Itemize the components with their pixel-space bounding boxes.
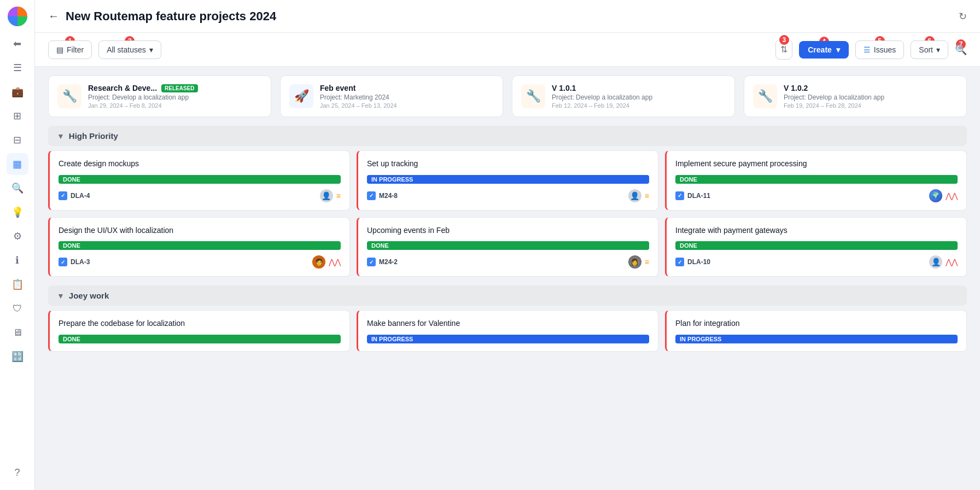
status-badge-0: DONE <box>59 175 341 184</box>
search-button[interactable]: 🔍 <box>955 44 967 56</box>
filter-button[interactable]: ▤ Filter <box>48 40 92 59</box>
sprint-card-icon-1: 🚀 <box>289 84 313 108</box>
status-badge-j1: IN PROGRESS <box>367 335 649 343</box>
sort-button[interactable]: Sort ▾ <box>911 40 948 59</box>
sprint-card-2[interactable]: 🔧 V 1.0.1 Project: Develop a localizatio… <box>512 75 735 117</box>
task-meta-2: 🌍 ⋀⋀ <box>929 189 958 202</box>
sidebar-icon-grid2[interactable]: ⊟ <box>7 129 28 151</box>
avatar-0: 👤 <box>320 189 333 202</box>
cards-grid-high-priority: Create design mockups DONE ✓ DLA-4 👤 ≡ <box>48 150 967 277</box>
toolbar: 1 ▤ Filter 2 All statuses ▾ 3 ⇅ 4 Create <box>35 33 980 67</box>
group-header-joey-work[interactable]: ▼ Joey work <box>48 285 967 306</box>
sprint-card-body-2: V 1.0.1 Project: Develop a localization … <box>552 84 726 109</box>
task-checkbox-1: ✓ <box>367 191 376 200</box>
task-card-3[interactable]: Design the UI/UX with localization DONE … <box>48 217 350 277</box>
task-footer-4: ✓ M24-2 👩 ≡ <box>367 255 649 269</box>
task-card-1[interactable]: Set up tracking IN PROGRESS ✓ M24-8 👤 ≡ <box>357 150 658 211</box>
filter-label: Filter <box>67 45 84 54</box>
sidebar-icon-briefcase[interactable]: 💼 <box>7 81 28 103</box>
priority-icon-2: ⋀⋀ <box>946 191 958 200</box>
sprint-card-0[interactable]: 🔧 Research & Deve... RELEASED Project: D… <box>48 75 271 117</box>
sprint-cards-row: 🔧 Research & Deve... RELEASED Project: D… <box>48 75 967 117</box>
avatar-2: 🌍 <box>929 189 942 202</box>
group-high-priority: ▼ High Priority Create design mockups DO… <box>48 126 967 277</box>
priority-icon-0: ≡ <box>336 191 341 200</box>
task-card-j0[interactable]: Prepare the codebase for localization DO… <box>48 310 350 352</box>
sidebar-icon-calendar[interactable]: ▦ <box>7 153 28 175</box>
issues-label: Issues <box>874 45 896 54</box>
task-id-1: ✓ M24-8 <box>367 191 398 200</box>
task-meta-4: 👩 ≡ <box>628 255 649 269</box>
sprint-card-date-0: Jan 29, 2024 – Feb 8, 2024 <box>88 102 262 109</box>
app-logo <box>8 7 27 26</box>
task-card-0[interactable]: Create design mockups DONE ✓ DLA-4 👤 ≡ <box>48 150 350 211</box>
sidebar-icon-monitor[interactable]: 🖥 <box>7 322 28 343</box>
task-checkbox-2: ✓ <box>675 191 684 200</box>
sidebar-icon-settings[interactable]: ⚙ <box>7 225 28 247</box>
sidebar-icon-home[interactable]: ⬅ <box>7 33 28 55</box>
sidebar-icon-search[interactable]: 🔍 <box>7 177 28 199</box>
task-id-3: ✓ DLA-3 <box>59 258 90 266</box>
all-statuses-button[interactable]: All statuses ▾ <box>98 40 161 59</box>
task-footer-2: ✓ DLA-11 🌍 ⋀⋀ <box>675 189 958 202</box>
status-badge-j2: IN PROGRESS <box>675 335 958 343</box>
task-title-1: Set up tracking <box>367 159 649 170</box>
sprint-card-date-1: Jan 25, 2024 – Feb 13, 2024 <box>320 102 494 109</box>
task-footer-3: ✓ DLA-3 🧑 ⋀⋀ <box>59 255 341 269</box>
refresh-button[interactable]: ↻ <box>959 10 967 22</box>
task-title-j2: Plan for integration <box>675 318 958 329</box>
sidebar-icon-inbox[interactable]: ☰ <box>7 57 28 79</box>
task-card-j1[interactable]: Make banners for Valentine IN PROGRESS <box>357 310 658 352</box>
badge-3: 3 <box>778 34 790 46</box>
sprint-card-3[interactable]: 🔧 V 1.0.2 Project: Develop a localizatio… <box>744 75 967 117</box>
avatar-5: 👤 <box>929 255 942 269</box>
sidebar-icon-info[interactable]: ℹ <box>7 249 28 271</box>
sidebar-icon-list[interactable]: 📋 <box>7 273 28 295</box>
sidebar-icon-lightbulb[interactable]: 💡 <box>7 201 28 223</box>
avatar-3: 🧑 <box>312 255 325 269</box>
task-meta-3: 🧑 ⋀⋀ <box>312 255 341 269</box>
sprint-card-date-2: Feb 12, 2024 – Feb 19, 2024 <box>552 102 726 109</box>
task-card-5[interactable]: Integrate with payment gateways DONE ✓ D… <box>665 217 967 277</box>
sidebar: ⬅ ☰ 💼 ⊞ ⊟ ▦ 🔍 💡 ⚙ ℹ 📋 🛡 🖥 🔡 ? <box>0 0 35 490</box>
sprint-card-title-2: V 1.0.1 <box>552 84 726 92</box>
issues-button[interactable]: ☰ Issues <box>855 40 904 59</box>
group-header-high-priority[interactable]: ▼ High Priority <box>48 126 967 146</box>
task-card-4[interactable]: Upcoming events in Feb DONE ✓ M24-2 👩 ≡ <box>357 217 658 277</box>
sidebar-icon-grid[interactable]: ⊞ <box>7 105 28 127</box>
status-badge-2: DONE <box>675 175 958 184</box>
task-meta-1: 👤 ≡ <box>628 189 649 202</box>
sprint-card-body-1: Feb event Project: Marketing 2024 Jan 25… <box>320 84 494 109</box>
task-title-4: Upcoming events in Feb <box>367 225 649 236</box>
status-badge-4: DONE <box>367 241 649 250</box>
task-title-5: Integrate with payment gateways <box>675 225 958 236</box>
sidebar-icon-abc[interactable]: 🔡 <box>7 346 28 368</box>
sidebar-icon-help[interactable]: ? <box>7 462 28 483</box>
issues-icon: ☰ <box>864 45 871 54</box>
sprint-card-icon-0: 🔧 <box>57 84 81 108</box>
task-card-2[interactable]: Implement secure payment processing DONE… <box>665 150 967 211</box>
sprint-card-title-3: V 1.0.2 <box>784 84 958 92</box>
filter-icon: ▤ <box>56 45 63 54</box>
sprint-card-title-1: Feb event <box>320 84 494 92</box>
task-title-0: Create design mockups <box>59 159 341 170</box>
sort-label: Sort <box>919 45 933 54</box>
create-chevron-icon: ▾ <box>836 45 840 54</box>
priority-icon-4: ≡ <box>645 258 649 266</box>
sprint-card-icon-2: 🔧 <box>521 84 545 108</box>
back-button[interactable]: ← <box>48 10 59 22</box>
create-button[interactable]: Create ▾ <box>799 41 849 59</box>
task-checkbox-4: ✓ <box>367 258 376 266</box>
sidebar-icon-shield[interactable]: 🛡 <box>7 298 28 319</box>
task-checkbox-5: ✓ <box>675 258 684 266</box>
avatar-1: 👤 <box>628 189 641 202</box>
group-chevron-icon: ▼ <box>57 132 65 141</box>
sprint-card-project-2: Project: Develop a localization app <box>552 94 726 101</box>
task-title-2: Implement secure payment processing <box>675 159 958 170</box>
priority-icon-5: ⋀⋀ <box>946 258 958 266</box>
task-title-j1: Make banners for Valentine <box>367 318 649 329</box>
sprint-card-1[interactable]: 🚀 Feb event Project: Marketing 2024 Jan … <box>280 75 503 117</box>
task-id-5: ✓ DLA-10 <box>675 258 710 266</box>
task-footer-0: ✓ DLA-4 👤 ≡ <box>59 189 341 202</box>
task-card-j2[interactable]: Plan for integration IN PROGRESS <box>665 310 967 352</box>
